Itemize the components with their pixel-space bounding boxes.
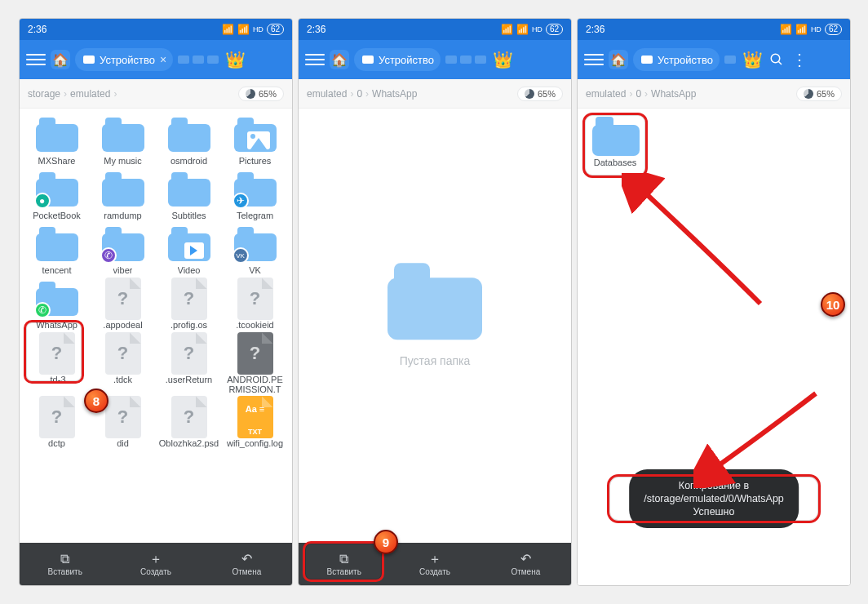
crumb-whatsapp[interactable]: WhatsApp [372,88,417,100]
crown-icon[interactable]: 👑 [742,50,763,69]
create-button[interactable]: ＋Создать [110,543,201,585]
app-badge-icon: VK [232,247,249,264]
folder-icon [36,227,78,261]
file-grid-area: MXShareMy musicosmdroidPictures●PocketBo… [20,109,292,543]
paste-button[interactable]: ⧉Вставить [20,543,110,585]
crumb-0[interactable]: 0 [356,88,362,100]
file-item[interactable]: ?dctp [24,397,89,449]
file-item[interactable]: ✆viber [91,224,155,276]
plus-icon: ＋ [149,553,162,566]
file-item[interactable]: MXShare [24,115,89,167]
file-item[interactable]: Subtitles [157,170,221,221]
pie-icon [804,89,813,99]
crown-icon[interactable]: 👑 [225,50,246,69]
item-label: Oblozhka2.psd [159,438,219,448]
toast-wrap: Копирование в /storage/emulated/0/WhatsA… [629,469,799,528]
chevron-right-icon: › [350,88,353,100]
menu-button[interactable] [305,54,325,65]
file-item[interactable]: ramdump [91,170,155,221]
file-item[interactable]: Video [157,224,221,276]
tab-thumbs[interactable] [445,56,486,64]
close-tab-icon[interactable]: × [160,53,166,66]
menu-button[interactable] [26,54,46,65]
battery-icon: 62 [546,24,563,35]
txt-file-icon: TXT [237,396,273,438]
storage-usage[interactable]: 65% [517,87,563,101]
crumb-storage[interactable]: storage [28,88,60,100]
undo-icon: ↶ [520,553,531,566]
item-label: Pictures [239,156,272,167]
clock: 2:36 [28,24,46,35]
location-tab[interactable]: Устройство × [75,48,173,71]
tab-label: Устройство [379,54,434,66]
file-item[interactable]: ?.appodeal [91,279,155,331]
item-label: Video [178,265,201,276]
unknown-file-icon: ? [171,278,207,320]
file-item[interactable]: ?.profig.os [157,279,221,331]
pie-icon [525,89,534,99]
file-item[interactable]: ?.td-3 [24,334,89,394]
crumb-whatsapp[interactable]: WhatsApp [651,88,696,100]
file-item[interactable]: TXTwifi_config.log [223,397,287,449]
app-badge-icon: ✆ [100,247,117,264]
home-button[interactable]: 🏠 [51,50,70,69]
app-header: 🏠 Устройство × 👑 [20,40,292,79]
crumb-0[interactable]: 0 [636,88,641,100]
unknown-file-icon: ? [105,278,141,320]
storage-pct: 65% [259,89,277,99]
home-button[interactable]: 🏠 [330,50,349,69]
file-item[interactable]: ?.tdck [91,334,155,394]
item-label: wifi_config.log [227,438,283,448]
item-label: did [117,438,129,449]
menu-button[interactable] [584,54,604,65]
home-button[interactable]: 🏠 [609,50,628,69]
file-item[interactable]: ?.userReturn [157,334,221,394]
file-item[interactable]: osmdroid [157,115,221,167]
volte-icon: HD [811,25,822,33]
file-item[interactable]: ?Oblozhka2.psd [157,397,221,449]
tab-thumbs[interactable] [724,56,736,64]
storage-icon [83,56,95,64]
cancel-button[interactable]: ↶Отмена [202,543,292,585]
create-label: Создать [419,567,450,576]
app-header: 🏠 Устройство 👑 ⋮ [578,40,850,79]
cancel-button[interactable]: ↶Отмена [480,543,571,585]
location-tab[interactable]: Устройство [633,48,720,71]
app-badge-icon: ✆ [34,302,51,318]
more-button[interactable]: ⋮ [790,50,808,69]
status-icons: 📶 📶 HD 62 [780,24,842,35]
folder-label: Databases [594,158,637,168]
svg-line-1 [778,61,782,64]
item-label: ramdump [104,211,141,221]
file-item[interactable]: ?.tcookieid [223,279,287,331]
crumb-emulated[interactable]: emulated [70,88,110,100]
file-item[interactable]: ●PocketBook [24,170,89,221]
storage-usage[interactable]: 65% [238,87,284,101]
crown-icon[interactable]: 👑 [493,50,513,69]
search-button[interactable] [768,52,786,67]
file-item[interactable]: ✆WhatsApp [24,279,89,331]
location-tab[interactable]: Устройство [354,48,441,71]
file-item[interactable]: VKVK [223,224,287,276]
file-item[interactable]: My music [91,115,155,167]
item-label: tencent [42,265,71,276]
screen-2: 2:36 📶 📶 HD 62 🏠 Устройство 👑 emulated ›… [298,18,572,586]
create-button[interactable]: ＋Создать [389,543,480,585]
item-label: MXShare [38,156,76,167]
file-item[interactable]: tencent [24,224,89,276]
app-badge-icon: ✈ [232,193,249,209]
tab-thumbs[interactable] [178,56,219,64]
file-item[interactable]: Pictures [223,115,287,167]
chevron-right-icon: › [64,88,67,100]
file-item[interactable]: ✈Telegram [223,170,287,221]
search-icon [769,52,784,67]
file-item[interactable]: ?ANDROID.PERMISSION.T [223,334,287,394]
crumb-emulated[interactable]: emulated [586,88,626,100]
folder-databases[interactable]: Databases [584,117,646,168]
picture-overlay-icon [247,131,270,149]
unknown-file-icon: ? [105,332,141,375]
status-icons: 📶 📶 HD 62 [222,24,284,35]
crumb-emulated[interactable]: emulated [307,88,347,100]
storage-usage[interactable]: 65% [796,87,842,101]
chevron-right-icon: › [113,88,117,100]
